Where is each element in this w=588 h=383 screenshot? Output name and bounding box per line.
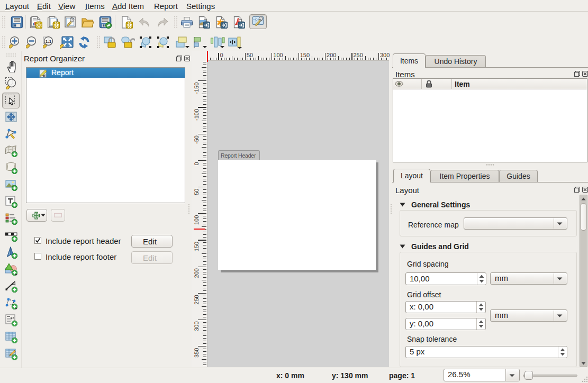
svg-text:200: 200 xyxy=(194,268,200,278)
svg-text:50: 50 xyxy=(247,52,253,59)
svg-text:100: 100 xyxy=(194,215,200,225)
svg-text:-100: -100 xyxy=(194,109,200,121)
svg-text:-50: -50 xyxy=(194,135,200,144)
svg-text:0: 0 xyxy=(220,52,223,59)
svg-text:-150: -150 xyxy=(194,83,200,94)
svg-text:150: 150 xyxy=(194,242,200,251)
svg-text:50: 50 xyxy=(194,189,200,195)
svg-text:0: 0 xyxy=(194,162,200,165)
svg-text:250: 250 xyxy=(194,295,200,304)
svg-text:300: 300 xyxy=(194,322,200,331)
svg-text:350: 350 xyxy=(194,348,200,358)
svg-text:1:1: 1:1 xyxy=(46,39,52,44)
